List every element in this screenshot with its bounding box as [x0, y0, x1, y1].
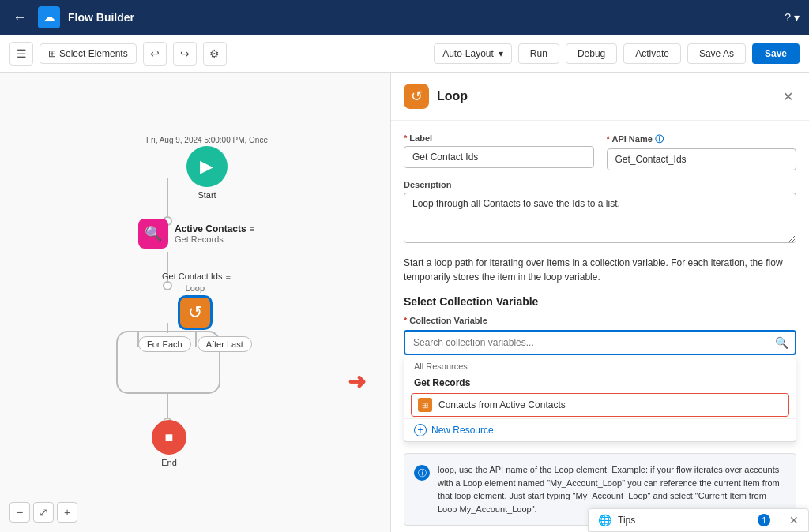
- new-resource-plus-icon: +: [414, 424, 427, 436]
- start-node: Fri, Aug 9, 2024 5:00:00 PM, Once ▶ Star…: [146, 136, 268, 200]
- zoom-in-button[interactable]: +: [57, 502, 77, 523]
- zoom-fit-button[interactable]: ⤢: [33, 502, 54, 523]
- collection-dropdown: All Resources Get Records ⊞ Contacts fro…: [404, 355, 796, 442]
- main-area: Fri, Aug 9, 2024 5:00:00 PM, Once ▶ Star…: [0, 73, 809, 532]
- dropdown-item-icon: ⊞: [418, 398, 432, 412]
- run-button[interactable]: Run: [518, 43, 559, 64]
- api-name-form-group: * API Name ⓘ: [607, 133, 797, 170]
- loop-subtitle: Loop: [186, 283, 205, 293]
- end-label: End: [161, 458, 177, 467]
- debug-button[interactable]: Debug: [566, 43, 617, 64]
- dropdown-item-contacts[interactable]: ⊞ Contacts from Active Contacts: [411, 393, 789, 417]
- section-title: Select Collection Variable: [404, 295, 796, 308]
- panel-body: * Label * API Name ⓘ Description: [391, 121, 809, 532]
- api-name-info-icon[interactable]: ⓘ: [655, 134, 664, 144]
- info-box-icon: ⓘ: [414, 465, 430, 481]
- save-as-button[interactable]: Save As: [687, 43, 746, 64]
- zoom-controls: − ⤢ +: [9, 502, 77, 523]
- dropdown-group-label: Get Records: [404, 374, 796, 392]
- description-form-group: Description Loop through all Contacts to…: [404, 180, 796, 246]
- back-button[interactable]: ←: [9, 6, 30, 29]
- get-records-title: Active Contacts ≡: [175, 223, 254, 234]
- collection-variable-search-input[interactable]: [404, 330, 796, 355]
- arrow-indicator: ➜: [348, 369, 366, 395]
- search-icon: 🔍: [775, 336, 788, 349]
- save-button[interactable]: Save: [752, 43, 800, 64]
- description-field-label: Description: [404, 180, 796, 189]
- collection-variable-required: *: [404, 316, 407, 325]
- after-last-branch-button[interactable]: After Last: [198, 336, 252, 352]
- auto-layout-button[interactable]: Auto-Layout ▾: [434, 43, 512, 64]
- tips-label: Tips: [618, 515, 751, 526]
- tips-bar: 🌐 Tips 1 _ ✕: [588, 508, 809, 532]
- start-date-label: Fri, Aug 9, 2024 5:00:00 PM, Once: [146, 136, 268, 144]
- app-title: Flow Builder: [68, 11, 134, 24]
- collection-search-wrapper: 🔍: [404, 330, 796, 355]
- start-label: Start: [198, 190, 216, 200]
- loop-branches: For Each After Last: [138, 336, 252, 352]
- loop-node-icon[interactable]: ↺: [178, 295, 213, 330]
- loop-node-title: Get Contact Ids: [162, 272, 222, 281]
- activate-button[interactable]: Activate: [623, 43, 681, 64]
- api-name-input[interactable]: [607, 148, 797, 170]
- end-node[interactable]: ■ End: [152, 420, 186, 467]
- dropdown-item-label: Contacts from Active Contacts: [438, 399, 566, 410]
- get-records-node[interactable]: 🔍 Active Contacts ≡ Get Records: [138, 219, 254, 249]
- flow-canvas[interactable]: Fri, Aug 9, 2024 5:00:00 PM, Once ▶ Star…: [0, 73, 390, 532]
- new-resource-label: New Resource: [431, 425, 494, 436]
- tips-close-button[interactable]: ✕: [789, 514, 799, 526]
- tips-badge: 1: [758, 514, 770, 526]
- select-elements-button[interactable]: ⊞ Select Elements: [40, 43, 137, 64]
- collection-variable-label: * Collection Variable: [404, 316, 796, 325]
- redo-button[interactable]: ↪: [173, 42, 197, 66]
- app-logo: ☁: [38, 6, 60, 28]
- top-navigation: ← ☁ Flow Builder ? ▾: [0, 0, 809, 35]
- tips-globe-icon: 🌐: [598, 514, 611, 526]
- select-elements-icon: ⊞: [48, 48, 56, 59]
- toolbar: ☰ ⊞ Select Elements ↩ ↪ ⚙ Auto-Layout ▾ …: [0, 35, 809, 73]
- loop-info-text: Start a loop path for iterating over ite…: [404, 256, 796, 284]
- dropdown-icon: ▾: [499, 48, 503, 59]
- settings-button[interactable]: ⚙: [203, 42, 227, 66]
- get-records-icon: 🔍: [138, 219, 168, 249]
- help-button[interactable]: ? ▾: [785, 11, 800, 24]
- undo-button[interactable]: ↩: [143, 42, 167, 66]
- tips-minimize-button[interactable]: _: [777, 514, 783, 526]
- loop-node-menu-icon: ≡: [225, 272, 230, 281]
- end-circle-icon[interactable]: ■: [152, 420, 186, 455]
- panel-title: Loop: [437, 89, 772, 103]
- panel-loop-icon: ↺: [404, 84, 429, 109]
- loop-node-label-row: Get Contact Ids ≡: [162, 272, 231, 281]
- label-input[interactable]: [404, 146, 594, 168]
- dropdown-section-label: All Resources: [404, 355, 796, 374]
- description-textarea[interactable]: Loop through all Contacts to save the Id…: [404, 193, 796, 243]
- label-field-label: * Label: [404, 133, 594, 143]
- api-name-required-marker: *: [607, 134, 610, 144]
- label-api-row: * Label * API Name ⓘ: [404, 133, 796, 170]
- sidebar-toggle-button[interactable]: ☰: [9, 42, 33, 66]
- loop-node[interactable]: Loop ↺ For Each After Last: [138, 283, 252, 352]
- api-name-field-label: * API Name ⓘ: [607, 133, 797, 145]
- new-resource-button[interactable]: + New Resource: [404, 418, 796, 441]
- start-circle-icon[interactable]: ▶: [186, 146, 228, 187]
- get-records-subtitle: Get Records: [175, 234, 254, 244]
- for-each-branch-button[interactable]: For Each: [138, 336, 191, 352]
- label-form-group: * Label: [404, 133, 594, 170]
- panel-header: ↺ Loop ✕: [391, 73, 809, 121]
- zoom-out-button[interactable]: −: [9, 502, 30, 523]
- right-panel: ↺ Loop ✕ * Label * API Name ⓘ: [390, 73, 809, 532]
- label-required-marker: *: [404, 133, 407, 143]
- panel-close-button[interactable]: ✕: [780, 86, 796, 107]
